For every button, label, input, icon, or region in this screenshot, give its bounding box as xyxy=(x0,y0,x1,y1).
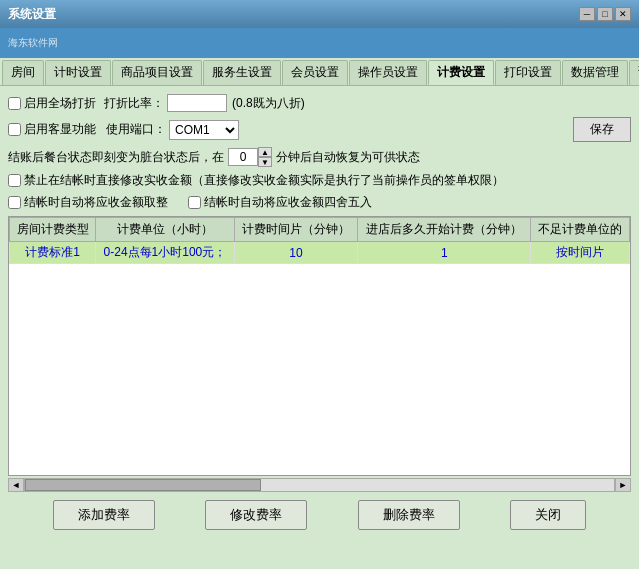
watermark-text: 海东软件网 xyxy=(8,36,58,50)
enable-discount-text: 启用全场打折 xyxy=(24,95,96,112)
enable-display-text: 启用客显功能 xyxy=(24,121,96,138)
col-startdelay: 进店后多久开始计费（分钟） xyxy=(358,218,531,242)
close-button[interactable]: 关闭 xyxy=(510,500,586,530)
col-remainder: 不足计费单位的 xyxy=(531,218,630,242)
checkout-suffix: 分钟后自动恢复为可供状态 xyxy=(276,149,420,166)
row-prohibit-modify: 禁止在结帐时直接修改实收金额（直接修改实收金额实际是执行了当前操作员的签单权限） xyxy=(8,172,631,189)
checkout-label: 结账后餐台状态即刻变为脏台状态后，在 xyxy=(8,149,224,166)
maximize-button[interactable]: □ xyxy=(597,7,613,21)
cell-type: 计费标准1 xyxy=(10,242,96,264)
cell-unit: 0-24点每1小时100元； xyxy=(96,242,235,264)
tab-member[interactable]: 会员设置 xyxy=(282,60,348,85)
spinner-down-button[interactable]: ▼ xyxy=(258,157,272,167)
delete-rate-button[interactable]: 删除费率 xyxy=(358,500,460,530)
title-bar: 系统设置 ─ □ ✕ xyxy=(0,0,639,28)
tab-products[interactable]: 商品项目设置 xyxy=(112,60,202,85)
cell-startdelay: 1 xyxy=(358,242,531,264)
billing-table-container: 房间计费类型 计费单位（小时） 计费时间片（分钟） 进店后多久开始计费（分钟） … xyxy=(8,216,631,476)
tab-timing[interactable]: 计时设置 xyxy=(45,60,111,85)
tab-reservation[interactable]: 预订设置 xyxy=(629,60,639,85)
tab-room[interactable]: 房间 xyxy=(2,60,44,85)
tab-waiter[interactable]: 服务生设置 xyxy=(203,60,281,85)
enable-discount-checkbox[interactable] xyxy=(8,97,21,110)
spinner-input[interactable] xyxy=(228,148,258,166)
window-controls: ─ □ ✕ xyxy=(579,7,631,21)
spinner-up-button[interactable]: ▲ xyxy=(258,147,272,157)
minimize-button[interactable]: ─ xyxy=(579,7,595,21)
prohibit-modify-label[interactable]: 禁止在结帐时直接修改实收金额（直接修改实收金额实际是执行了当前操作员的签单权限） xyxy=(8,172,504,189)
enable-display-label[interactable]: 启用客显功能 xyxy=(8,121,96,138)
table-header-row: 房间计费类型 计费单位（小时） 计费时间片（分钟） 进店后多久开始计费（分钟） … xyxy=(10,218,630,242)
table-row[interactable]: 计费标准1 0-24点每1小时100元； 10 1 按时间片 xyxy=(10,242,630,264)
round-halfup-label[interactable]: 结帐时自动将应收金额四舍五入 xyxy=(188,194,372,211)
add-rate-button[interactable]: 添加费率 xyxy=(53,500,155,530)
discount-rate-input[interactable] xyxy=(167,94,227,112)
watermark-banner: 海东软件网 xyxy=(0,28,639,58)
tab-print[interactable]: 打印设置 xyxy=(495,60,561,85)
round-halfup-checkbox[interactable] xyxy=(188,196,201,209)
close-button[interactable]: ✕ xyxy=(615,7,631,21)
round-receivable-label[interactable]: 结帐时自动将应收金额取整 xyxy=(8,194,168,211)
port-select[interactable]: COM1 COM2 COM3 COM4 xyxy=(169,120,239,140)
prohibit-modify-text: 禁止在结帐时直接修改实收金额（直接修改实收金额实际是执行了当前操作员的签单权限） xyxy=(24,172,504,189)
spinner-buttons: ▲ ▼ xyxy=(258,147,272,167)
enable-discount-label[interactable]: 启用全场打折 xyxy=(8,95,96,112)
content-area: 启用全场打折 打折比率： (0.8既为八折) 启用客显功能 使用端口： COM1… xyxy=(0,86,639,538)
enable-display-checkbox[interactable] xyxy=(8,123,21,136)
round-halfup-text: 结帐时自动将应收金额四舍五入 xyxy=(204,194,372,211)
port-label: 使用端口： xyxy=(106,121,166,138)
row-auto-restore: 结账后餐台状态即刻变为脏台状态后，在 ▲ ▼ 分钟后自动恢复为可供状态 xyxy=(8,147,631,167)
scroll-right-button[interactable]: ► xyxy=(615,478,631,492)
scroll-left-button[interactable]: ◄ xyxy=(8,478,24,492)
tabs-bar: 房间 计时设置 商品项目设置 服务生设置 会员设置 操作员设置 计费设置 打印设… xyxy=(0,58,639,86)
row-discount: 启用全场打折 打折比率： (0.8既为八折) xyxy=(8,94,631,112)
col-type: 房间计费类型 xyxy=(10,218,96,242)
tab-billing[interactable]: 计费设置 xyxy=(428,60,494,85)
cell-timeslice: 10 xyxy=(234,242,357,264)
round-receivable-text: 结帐时自动将应收金额取整 xyxy=(24,194,168,211)
cell-remainder: 按时间片 xyxy=(531,242,630,264)
edit-rate-button[interactable]: 修改费率 xyxy=(205,500,307,530)
discount-hint: (0.8既为八折) xyxy=(232,95,305,112)
row-customer-display: 启用客显功能 使用端口： COM1 COM2 COM3 COM4 保存 xyxy=(8,117,631,142)
tab-data[interactable]: 数据管理 xyxy=(562,60,628,85)
bottom-buttons: 添加费率 修改费率 删除费率 关闭 xyxy=(8,500,631,530)
tab-operator[interactable]: 操作员设置 xyxy=(349,60,427,85)
round-receivable-checkbox[interactable] xyxy=(8,196,21,209)
spinner-container: ▲ ▼ xyxy=(228,147,272,167)
row-rounding: 结帐时自动将应收金额取整 结帐时自动将应收金额四舍五入 xyxy=(8,194,631,211)
window-title: 系统设置 xyxy=(8,6,56,23)
col-timeslice: 计费时间片（分钟） xyxy=(234,218,357,242)
horizontal-scrollbar[interactable] xyxy=(24,478,615,492)
scrollbar-area: ◄ ► xyxy=(8,478,631,492)
billing-table: 房间计费类型 计费单位（小时） 计费时间片（分钟） 进店后多久开始计费（分钟） … xyxy=(9,217,630,264)
discount-rate-label: 打折比率： xyxy=(104,95,164,112)
prohibit-modify-checkbox[interactable] xyxy=(8,174,21,187)
col-unit: 计费单位（小时） xyxy=(96,218,235,242)
save-button[interactable]: 保存 xyxy=(573,117,631,142)
